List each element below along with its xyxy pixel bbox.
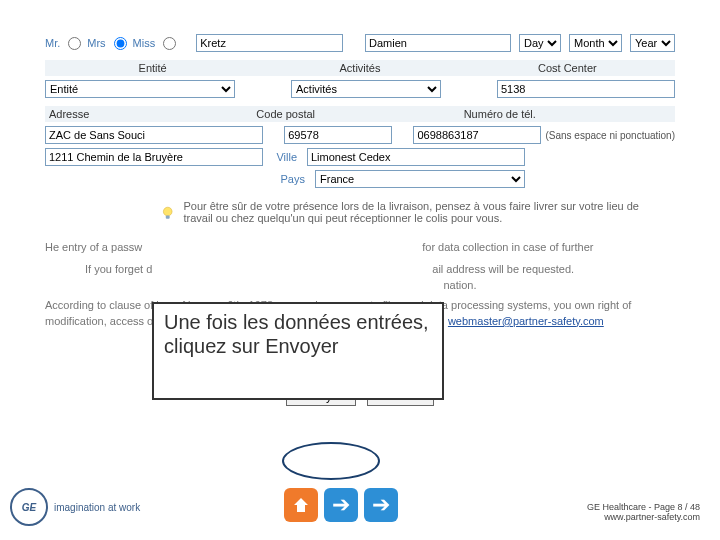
- costcenter-input[interactable]: [497, 80, 675, 98]
- next-nav-button-1[interactable]: ➔: [324, 488, 358, 522]
- day-select[interactable]: Day: [519, 34, 561, 52]
- home-nav-button[interactable]: [284, 488, 318, 522]
- send-highlight-ellipse: [282, 442, 380, 480]
- pays-select[interactable]: France: [315, 170, 525, 188]
- instruction-callout: Une fois les données entrées, cliquez su…: [152, 302, 444, 400]
- svg-point-0: [163, 207, 172, 216]
- label-mr: Mr.: [45, 37, 60, 49]
- activites-select[interactable]: Activités: [291, 80, 441, 98]
- webmaster-link[interactable]: webmaster@partner-safety.com: [448, 315, 604, 327]
- section-header-2: Adresse Code postal Numéro de tél.: [45, 106, 675, 122]
- label-miss: Miss: [133, 37, 156, 49]
- ge-logo-icon: GE: [10, 488, 48, 526]
- address1-input[interactable]: [45, 126, 263, 144]
- radio-mrs[interactable]: [114, 37, 127, 50]
- section-header-1: Entité Activités Cost Center: [45, 60, 675, 76]
- next-nav-button-2[interactable]: ➔: [364, 488, 398, 522]
- ge-tagline: imagination at work: [54, 502, 140, 513]
- ville-input[interactable]: [307, 148, 525, 166]
- lightbulb-icon: [160, 200, 175, 226]
- tel-hint: (Sans espace ni ponctuation): [545, 130, 675, 141]
- radio-mr[interactable]: [68, 37, 81, 50]
- page-indicator: GE Healthcare - Page 8 / 48: [587, 502, 700, 512]
- lastname-input[interactable]: [196, 34, 343, 52]
- footer-url: www.partner-safety.com: [587, 512, 700, 522]
- month-select[interactable]: Month: [569, 34, 622, 52]
- svg-rect-1: [166, 215, 170, 218]
- entite-select[interactable]: Entité: [45, 80, 235, 98]
- postal-input[interactable]: [284, 126, 392, 144]
- delivery-tip: Pour être sûr de votre présence lors de …: [183, 200, 645, 224]
- radio-miss[interactable]: [163, 37, 176, 50]
- label-mrs: Mrs: [87, 37, 105, 49]
- label-pays: Pays: [281, 173, 305, 185]
- year-select[interactable]: Year: [630, 34, 675, 52]
- label-ville: Ville: [276, 151, 297, 163]
- address2-input[interactable]: [45, 148, 263, 166]
- firstname-input[interactable]: [365, 34, 511, 52]
- tel-input[interactable]: [413, 126, 541, 144]
